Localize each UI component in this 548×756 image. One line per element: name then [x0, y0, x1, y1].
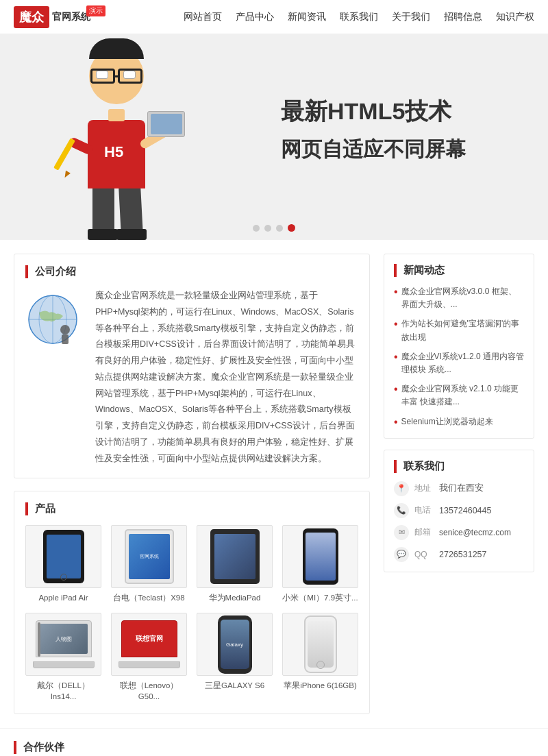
hero-line2: 网页自适应不同屏幕	[281, 136, 466, 164]
contact-address-label: 地址	[414, 483, 434, 494]
main-content: 公司介绍	[0, 240, 548, 728]
news-section: 新闻动态 • 魔众企业官网系统v3.0.0 框架、界面大升级、... • 作为站…	[384, 254, 534, 439]
logo-area: 魔众 官网系统 演示	[14, 6, 90, 28]
product-item-2[interactable]: 华为MediaPad	[197, 525, 273, 603]
contact-address-value: 我们在西安	[439, 483, 484, 494]
news-bullet-3: •	[394, 382, 398, 395]
product-name-5: 联想（Lenovo）G50...	[111, 680, 187, 702]
news-item-4[interactable]: • Selenium让浏览器动起来	[394, 415, 524, 428]
logo-icon: 魔众	[19, 9, 44, 25]
contact-email-value: senice@tecmz.com	[439, 528, 511, 537]
product-name-0: Apple iPad Air	[25, 592, 101, 603]
product-image-7	[282, 613, 358, 676]
logo-subtitle: 官网系统	[52, 11, 90, 22]
product-image-6: Galaxy	[197, 613, 273, 676]
company-intro-section: 公司介绍	[14, 254, 370, 478]
product-item-0[interactable]: Apple iPad Air	[25, 525, 101, 603]
dot-2[interactable]	[264, 225, 271, 232]
nav-ip[interactable]: 知识产权	[496, 11, 534, 23]
hero-line1: 最新HTML5技术	[281, 96, 466, 127]
address-icon: 📍	[394, 481, 409, 496]
product-name-2: 华为MediaPad	[197, 592, 273, 603]
product-image-3	[282, 525, 358, 588]
product-name-1: 台电（Teclast）X98	[111, 592, 187, 603]
main-nav: 网站首页 产品中心 新闻资讯 联系我们 关于我们 招聘信息 知识产权	[184, 11, 534, 23]
product-image-1: 官网系统	[111, 525, 187, 588]
hero-banner: H5 最新HTML5技	[0, 34, 548, 240]
product-image-5: 联想官网	[111, 613, 187, 676]
news-bullet-2: •	[394, 350, 398, 363]
contact-title: 联系我们	[394, 460, 524, 473]
qq-icon: 💬	[394, 547, 409, 562]
logo-box: 魔众	[14, 6, 49, 28]
product-item-4[interactable]: 人物图 戴尔（DELL）Ins14...	[25, 613, 101, 702]
product-item-5[interactable]: 联想官网 联想（Lenovo）G50...	[111, 613, 187, 702]
news-text-0: 魔众企业官网系统v3.0.0 框架、界面大升级、...	[401, 285, 524, 311]
contact-email-label: 邮箱	[414, 526, 434, 538]
news-item-3[interactable]: • 魔众企业官网系统 v2.1.0 功能更丰富 快速搭建...	[394, 382, 524, 409]
product-item-1[interactable]: 官网系统 台电（Teclast）X98	[111, 525, 187, 603]
globe-svg	[25, 292, 80, 347]
company-globe-icon	[25, 288, 87, 467]
contact-email-row: ✉ 邮箱 senice@tecmz.com	[394, 525, 524, 540]
logo-text-area: 官网系统 演示	[52, 11, 90, 23]
product-item-7[interactable]: 苹果iPhone 6(16GB)	[282, 613, 358, 702]
header: 魔众 官网系统 演示 网站首页 产品中心 新闻资讯 联系我们 关于我们 招聘信息…	[0, 0, 548, 34]
contact-qq-row: 💬 QQ 2726531257	[394, 547, 524, 562]
right-column: 新闻动态 • 魔众企业官网系统v3.0.0 框架、界面大升级、... • 作为站…	[384, 254, 534, 714]
nav-about[interactable]: 关于我们	[392, 11, 430, 23]
contact-section: 联系我们 📍 地址 我们在西安 📞 电话 13572460445 ✉ 邮箱 se…	[384, 450, 534, 572]
product-name-6: 三星GALAXY S6	[197, 680, 273, 691]
email-icon: ✉	[394, 525, 409, 540]
news-item-1[interactable]: • 作为站长如何避免'宝塔漏洞'的事故出现	[394, 317, 524, 343]
left-column: 公司介绍	[14, 254, 370, 714]
nav-products[interactable]: 产品中心	[236, 11, 274, 23]
product-image-2	[197, 525, 273, 588]
news-text-3: 魔众企业官网系统 v2.1.0 功能更丰富 快速搭建...	[401, 382, 524, 409]
svg-point-5	[60, 325, 70, 334]
nav-contact[interactable]: 联系我们	[340, 11, 378, 23]
svg-rect-6	[62, 334, 68, 344]
news-text-2: 魔众企业VI系统v1.2.0 通用内容管理模块 系统...	[401, 350, 524, 376]
product-item-3[interactable]: 小米（MI）7.9英寸...	[282, 525, 358, 603]
news-bullet-1: •	[394, 317, 398, 330]
product-item-6[interactable]: Galaxy 三星GALAXY S6	[197, 613, 273, 702]
news-item-0[interactable]: • 魔众企业官网系统v3.0.0 框架、界面大升级、...	[394, 285, 524, 311]
partners-title: 合作伙伴	[14, 741, 534, 754]
dot-4[interactable]	[288, 224, 295, 232]
product-grid: Apple iPad Air 官网系统 台电（Teclast）X98	[25, 525, 358, 702]
company-intro-title: 公司介绍	[25, 265, 358, 278]
news-item-2[interactable]: • 魔众企业VI系统v1.2.0 通用内容管理模块 系统...	[394, 350, 524, 376]
nav-jobs[interactable]: 招聘信息	[444, 11, 482, 23]
product-name-7: 苹果iPhone 6(16GB)	[282, 680, 358, 691]
partners-section: 合作伙伴 ModStart S 魔众 ✿ HUAWEI ↔ 阿里云	[0, 728, 548, 756]
company-description: 魔众企业官网系统是一款轻量级企业网站管理系统，基于PHP+Mysql架构的，可运…	[95, 288, 358, 467]
dot-3[interactable]	[276, 225, 283, 232]
news-text-1: 作为站长如何避免'宝塔漏洞'的事故出现	[401, 317, 524, 343]
news-bullet-0: •	[394, 285, 398, 298]
contact-qq-label: QQ	[414, 550, 434, 559]
dot-1[interactable]	[253, 225, 260, 232]
nav-news[interactable]: 新闻资讯	[288, 11, 326, 23]
hero-text: 最新HTML5技术 网页自适应不同屏幕	[281, 96, 466, 164]
product-image-4: 人物图	[25, 613, 101, 676]
products-title: 产品	[25, 502, 358, 515]
news-bullet-4: •	[394, 415, 398, 428]
logo-demo-badge: 演示	[86, 5, 105, 16]
news-text-4: Selenium让浏览器动起来	[401, 415, 493, 428]
news-title: 新闻动态	[394, 264, 524, 277]
product-name-4: 戴尔（DELL）Ins14...	[25, 680, 101, 702]
product-name-3: 小米（MI）7.9英寸...	[282, 592, 358, 603]
hero-dots	[253, 224, 295, 232]
contact-phone-value: 13572460445	[439, 506, 491, 515]
hero-character: H5	[48, 41, 185, 240]
contact-qq-value: 2726531257	[439, 550, 487, 559]
contact-phone-label: 电话	[414, 504, 434, 516]
contact-address-row: 📍 地址 我们在西安	[394, 481, 524, 496]
phone-icon: 📞	[394, 503, 409, 518]
contact-phone-row: 📞 电话 13572460445	[394, 503, 524, 518]
products-section: 产品 Apple iPad Air	[14, 491, 370, 714]
nav-home[interactable]: 网站首页	[184, 11, 222, 23]
product-image-0	[25, 525, 101, 588]
